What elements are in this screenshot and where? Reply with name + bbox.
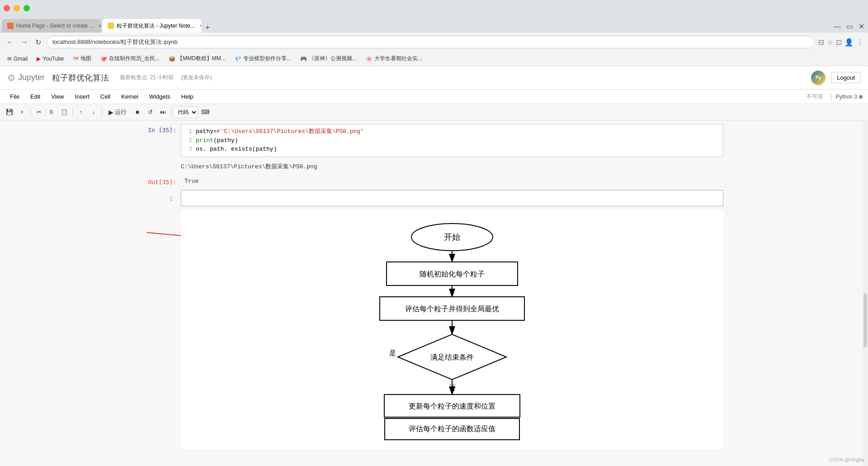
bookmark-genshin-label: 《原神》公测视频... [309, 55, 357, 62]
code-cell-35: In [35]: 1 pathy=r'C:\Users\S6137\Pictur… [145, 124, 723, 157]
mmd-icon: 📦 [169, 56, 175, 62]
interrupt-button[interactable]: ■ [132, 106, 143, 118]
bookmark-resume[interactable]: 🐙 在线制作简历_全民... [97, 53, 164, 64]
notebook-title[interactable]: 粒子群优化算法 [52, 72, 109, 83]
tab-jupyter-close[interactable]: ✕ [199, 23, 202, 29]
logout-button[interactable]: Logout [831, 72, 861, 83]
menu-dots-icon[interactable]: ⋮ [856, 38, 863, 47]
menu-file[interactable]: File [5, 91, 24, 102]
add-cell-button[interactable]: + [16, 106, 28, 118]
restart-run-button[interactable]: ⏭ [157, 106, 169, 118]
minimize-window-button[interactable] [14, 5, 20, 11]
unsaved-text: (更改未保存) [181, 74, 212, 81]
save-button[interactable]: 💾 [4, 106, 15, 118]
output-path-text: C:\Users\S6137\Pictures\数据采集\PS0.png [181, 161, 321, 172]
flowchart-step4-box: 评估每个粒子的函数适应值 [384, 418, 520, 440]
code-text-1: pathy=r'C:\Users\S6137\Pictures\数据采集\PS0… [196, 127, 364, 136]
cell-container: In [35]: 1 pathy=r'C:\Users\S6137\Pictur… [145, 120, 723, 453]
bookmark-gmail[interactable]: ✉ Gmail [4, 54, 31, 63]
bookmark-mmd[interactable]: 📦 【MMD教程】MM... [165, 53, 229, 64]
notebook-content: In [35]: 1 pathy=r'C:\Users\S6137\Pictur… [0, 120, 868, 466]
tab-home-favicon [7, 23, 14, 29]
run-button[interactable]: ▶ 运行 [104, 106, 131, 118]
map-icon: 🗺 [73, 56, 79, 62]
menu-right: 不可信 | Python 3 [803, 92, 863, 101]
flowchart-area: 开始 随机初始化每个粒子 评估每个粒子并得到全局最优 [181, 210, 723, 449]
bookmark-summer[interactable]: 🌸 大学生暑期社会实... [362, 53, 426, 64]
model-icon: 💎 [235, 56, 241, 62]
empty-cell-prompt: 1 [145, 190, 181, 206]
output-prompt: Out[35]: [145, 176, 181, 186]
output-cell-35-result: Out[35]: True [145, 176, 723, 186]
empty-cell: 1 [145, 190, 723, 206]
bookmark-genshin[interactable]: 🎮 《原神》公测视频... [297, 53, 360, 64]
line-num-1: 1 [185, 127, 192, 136]
menu-help[interactable]: Help [177, 91, 198, 102]
paste-cell-button[interactable]: 📋 [58, 106, 70, 118]
restore-browser-button[interactable]: ▭ [844, 20, 855, 33]
keyboard-shortcut-button[interactable]: ⌨ [199, 106, 212, 118]
cast-icon[interactable]: ⊟ [818, 38, 824, 47]
code-var-1: pathy=r [196, 128, 221, 135]
code-cell-body[interactable]: 1 pathy=r'C:\Users\S6137\Pictures\数据采集\P… [181, 124, 723, 157]
line-num-3: 3 [185, 145, 192, 154]
output-path-value: C:\Users\S6137\Pictures\数据采集\PS0.png [181, 161, 321, 172]
reload-button[interactable]: ↻ [33, 36, 43, 48]
run-label: 运行 [115, 108, 127, 116]
bookmark-youtube[interactable]: ▶ YouTube [33, 54, 67, 63]
profile-icon[interactable]: 👤 [844, 38, 854, 47]
code-line-1: 1 pathy=r'C:\Users\S6137\Pictures\数据采集\P… [185, 127, 719, 136]
flowchart-yes-text: 是 [389, 349, 396, 357]
address-input[interactable] [47, 36, 815, 48]
code-line-2: 2 print(pathy) [185, 136, 719, 145]
minimize-browser-button[interactable]: — [832, 21, 843, 33]
menu-cell[interactable]: Cell [96, 91, 115, 102]
bookmark-model[interactable]: 💎 专业模型创作分享... [231, 53, 295, 64]
move-up-button[interactable]: ↑ [75, 106, 87, 118]
code-text-3: os. path. exists(pathy) [196, 145, 277, 154]
output-value: True [181, 176, 202, 186]
tab-jupyter-label: 粒子群优化算法 - Jupyter Note... [117, 22, 195, 30]
close-window-button[interactable] [4, 5, 10, 11]
tab-home-label: Home Page - Select or create ... [16, 23, 94, 29]
flowchart-step1-text: 随机初始化每个粒子 [420, 270, 485, 278]
output-cell-35-text: C:\Users\S6137\Pictures\数据采集\PS0.png [145, 161, 723, 172]
maximize-window-button[interactable] [24, 5, 30, 11]
jupyter-container: ⚙ Jupyter 粒子群优化算法 最新检查点: 21 小时前 (更改未保存) … [0, 66, 868, 466]
back-button[interactable]: ← [5, 36, 15, 48]
menu-widgets[interactable]: Widgets [145, 91, 175, 102]
cut-cell-button[interactable]: ✂ [33, 106, 45, 118]
genshin-icon: 🎮 [300, 56, 307, 62]
run-icon: ▶ [108, 109, 113, 116]
tab-jupyter[interactable]: 粒子群优化算法 - Jupyter Note... ✕ [102, 19, 202, 33]
copy-cell-button[interactable]: ⎘ [46, 106, 57, 118]
menu-insert[interactable]: Insert [70, 91, 94, 102]
tab-home-close[interactable]: ✕ [98, 23, 101, 29]
restart-button[interactable]: ↺ [144, 106, 156, 118]
empty-cell-body[interactable] [181, 190, 723, 206]
close-browser-button[interactable]: ✕ [857, 20, 866, 33]
bookmark-map[interactable]: 🗺 地图 [70, 53, 95, 64]
menu-kernel[interactable]: Kernel [117, 91, 143, 102]
scrollbar[interactable] [863, 120, 868, 466]
flowchart-container: 开始 随机初始化每个粒子 评估每个粒子并得到全局最优 [145, 210, 723, 449]
new-tab-button[interactable]: + [203, 23, 213, 33]
bookmark-icon[interactable]: ☆ [827, 38, 833, 47]
move-down-button[interactable]: ↓ [88, 106, 99, 118]
jupyter-logo: ⚙ Jupyter [7, 72, 45, 83]
toolbar-divider-3 [102, 108, 102, 117]
toolbar-divider-4 [171, 108, 171, 117]
menu-edit[interactable]: Edit [26, 91, 45, 102]
code-fn-2: print [196, 137, 213, 144]
window-controls [4, 5, 30, 11]
tab-home[interactable]: Home Page - Select or create ... ✕ [2, 19, 101, 33]
youtube-icon: ▶ [37, 56, 41, 62]
flowchart-step2-text: 评估每个粒子并得到全局最优 [405, 305, 499, 313]
checkpoint-info: 最新检查点: 21 小时前 [120, 74, 174, 81]
menu-view[interactable]: View [47, 91, 68, 102]
forward-button[interactable]: → [19, 36, 30, 48]
cell-type-select[interactable]: 代码 [174, 106, 198, 118]
python-status: Python 3 [836, 94, 863, 100]
tab-search-icon[interactable]: ⊡ [836, 38, 842, 47]
scrollbar-thumb[interactable] [863, 293, 867, 347]
